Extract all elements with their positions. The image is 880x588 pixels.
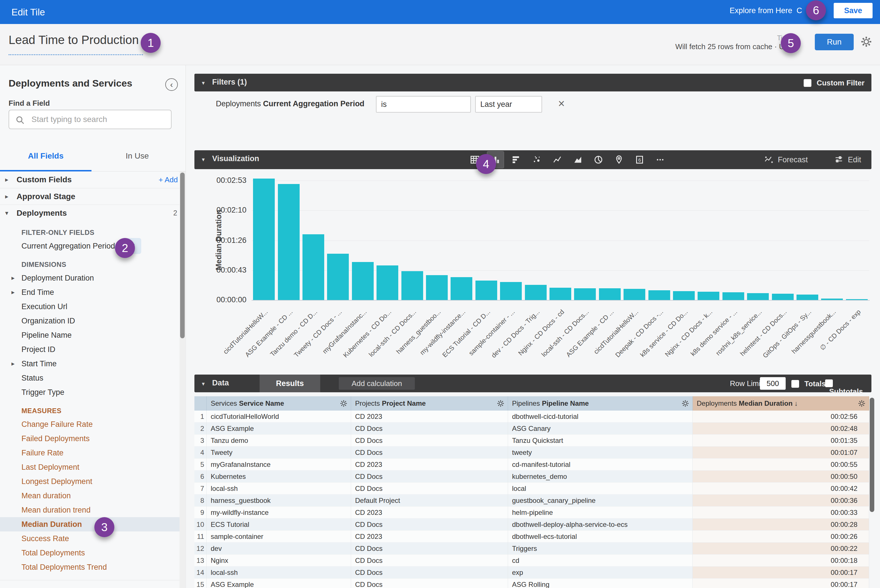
pipeline-name-cell[interactable]: guestbook_canary_pipeline [508, 495, 693, 507]
row-limit-input[interactable] [760, 377, 786, 390]
remove-filter-icon[interactable]: × [558, 97, 565, 110]
column-gear-icon[interactable] [496, 399, 505, 408]
sidebar-item-mean-duration-trend[interactable]: Mean duration trend [0, 503, 179, 517]
sidebar-item-project-id[interactable]: Project ID [0, 342, 179, 357]
median-duration-cell[interactable]: 00:02:56 [693, 411, 869, 423]
bar-11[interactable] [500, 282, 522, 300]
custom-filter-checkbox[interactable] [804, 79, 811, 87]
bar-19[interactable] [698, 292, 719, 300]
sidebar-item-organization-id[interactable]: Organization ID [0, 314, 179, 328]
service-name-cell[interactable]: Nginx [207, 555, 351, 567]
sidebar-item-mean-duration[interactable]: Mean duration [0, 489, 179, 503]
line-chart-viz-icon[interactable] [549, 152, 566, 168]
median-duration-cell[interactable]: 00:00:55 [693, 459, 869, 471]
tile-title[interactable]: Lead Time to Production [9, 33, 139, 47]
filter-operator-input[interactable] [376, 96, 471, 112]
median-duration-cell[interactable]: 00:01:07 [693, 447, 869, 459]
map-viz-icon[interactable] [611, 152, 627, 168]
caret-icon[interactable]: ▸ [5, 193, 17, 200]
table-row-7[interactable]: 7local-sshCD Docslocal00:00:42 [194, 483, 870, 495]
median-duration-cell[interactable]: 00:00:26 [693, 531, 869, 543]
subtotals-checkbox[interactable] [825, 380, 833, 387]
bar-13[interactable] [549, 288, 571, 300]
pipeline-name-cell[interactable]: exp [508, 567, 693, 579]
visualization-header[interactable]: Visualization [212, 154, 259, 163]
pie-chart-viz-icon[interactable] [590, 152, 607, 168]
sidebar-item-failed-deployments[interactable]: Failed Deployments [0, 431, 179, 446]
bar-22[interactable] [772, 294, 794, 300]
table-row-13[interactable]: 13NginxCD Docscd00:00:18 [194, 555, 870, 567]
pipeline-name-cell[interactable]: kubernetes_demo [508, 471, 693, 483]
caret-icon[interactable]: ▸ [11, 360, 20, 368]
bar-7[interactable] [402, 271, 423, 300]
pipeline-name-cell[interactable]: local [508, 483, 693, 495]
sidebar-item-total-deployments[interactable]: Total Deployments [0, 546, 179, 560]
collapse-filters-icon[interactable]: ▾ [202, 80, 205, 86]
area-chart-viz-icon[interactable] [570, 152, 586, 168]
collapse-data-icon[interactable]: ▾ [202, 380, 205, 387]
single-value-viz-icon[interactable]: 6 [631, 152, 648, 168]
bar-21[interactable] [747, 293, 769, 300]
table-row-6[interactable]: 6KubernetesCD Docskubernetes_demo00:00:5… [194, 471, 870, 483]
table-row-2[interactable]: 2ASG ExampleCD DocsASG Canary00:02:48 [194, 423, 870, 435]
median-duration-cell[interactable]: 00:00:42 [693, 483, 869, 495]
service-name-cell[interactable]: ASG Example [207, 423, 351, 435]
caret-icon[interactable]: ▸ [5, 176, 17, 183]
service-name-cell[interactable]: cicdTutorialHelloWorld [207, 411, 351, 423]
cancel-link[interactable]: C [797, 6, 802, 15]
column-header-pipeline-name[interactable]: PipelinesPipeline Name [508, 396, 693, 411]
median-duration-cell[interactable]: 00:00:33 [693, 507, 869, 519]
table-row-5[interactable]: 5myGrafanaInstanceCD 2023cd-manifest-tut… [194, 459, 870, 471]
project-name-cell[interactable]: CD 2023 [351, 507, 508, 519]
pipeline-name-cell[interactable]: helm-pipeline [508, 507, 693, 519]
sidebar-group-custom-fields[interactable]: ▸Custom Fields+ Add [0, 171, 179, 188]
median-duration-cell[interactable]: 00:00:50 [693, 471, 869, 483]
edit-viz-button[interactable]: Edit [848, 155, 861, 164]
column-gear-icon[interactable] [681, 399, 690, 408]
sidebar-group-approval-stage[interactable]: ▸Approval Stage [0, 188, 179, 205]
bar-10[interactable] [475, 280, 497, 300]
pipeline-name-cell[interactable]: Triggers [508, 543, 693, 555]
service-name-cell[interactable]: Tanzu demo [207, 435, 351, 447]
add-custom-field-button[interactable]: + Add [159, 176, 178, 184]
median-duration-cell[interactable]: 00:00:22 [693, 543, 869, 555]
explore-from-here-link[interactable]: Explore from Here [730, 6, 792, 15]
project-name-cell[interactable]: CD Docs [351, 519, 508, 531]
table-row-3[interactable]: 3Tanzu demoCD DocsTanzu Quickstart00:01:… [194, 435, 870, 447]
pipeline-name-cell[interactable]: dbothwell-ecs-tutorial [508, 531, 693, 543]
median-duration-cell[interactable]: 00:00:28 [693, 519, 869, 531]
tab-all-fields[interactable]: All Fields [0, 152, 92, 160]
bar-23[interactable] [797, 295, 818, 300]
median-duration-cell[interactable]: 00:02:48 [693, 423, 869, 435]
tab-results[interactable]: Results [260, 375, 320, 392]
totals-checkbox[interactable] [791, 380, 799, 388]
bar-16[interactable] [624, 289, 645, 300]
service-name-cell[interactable]: harness_guestbook [207, 495, 351, 507]
sidebar-item-total-deployments-trend[interactable]: Total Deployments Trend [0, 560, 179, 574]
save-button[interactable]: Save [834, 3, 872, 18]
median-duration-cell[interactable]: 00:00:18 [693, 555, 869, 567]
project-name-cell[interactable]: CD Docs [351, 483, 508, 495]
caret-icon[interactable]: ▾ [5, 209, 17, 217]
column-header-median-duration[interactable]: DeploymentsMedian Duration ↓ [693, 396, 869, 411]
sidebar-item-execution-url[interactable]: Execution Url [0, 299, 179, 314]
pipeline-name-cell[interactable]: tweety [508, 447, 693, 459]
service-name-cell[interactable]: my-wildfly-instance [207, 507, 351, 519]
sidebar-item-trigger-type[interactable]: Trigger Type [0, 385, 179, 399]
forecast-button[interactable]: Forecast [778, 155, 808, 164]
service-name-cell[interactable]: ASG Example [207, 579, 351, 588]
column-header-project-name[interactable]: ProjectsProject Name [351, 396, 508, 411]
project-name-cell[interactable]: CD 2023 [351, 459, 508, 471]
bar-20[interactable] [722, 292, 744, 300]
pipeline-name-cell[interactable]: dbothwell-cicd-tutorial [508, 411, 693, 423]
tab-in-use[interactable]: In Use [92, 152, 183, 160]
service-name-cell[interactable]: sample-container [207, 531, 351, 543]
bar-1[interactable] [253, 178, 275, 300]
sidebar-item-last-deployment[interactable]: Last Deployment [0, 460, 179, 474]
sidebar-item-success-rate[interactable]: Success Rate [0, 531, 179, 546]
project-name-cell[interactable]: CD Docs [351, 435, 508, 447]
service-name-cell[interactable]: dev [207, 543, 351, 555]
column-header-service-name[interactable]: ServicesService Name [207, 396, 351, 411]
sidebar-item-status[interactable]: Status [0, 371, 179, 385]
table-row-10[interactable]: 10ECS TutorialCD Docsdbothwell-deploy-al… [194, 519, 870, 531]
